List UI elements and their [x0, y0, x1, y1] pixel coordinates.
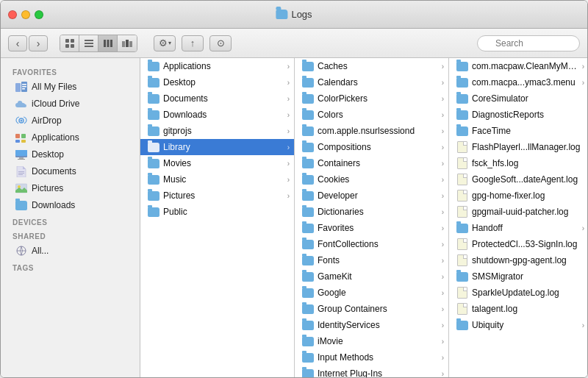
tags-section-label: Tags [1, 260, 140, 274]
item-label: ProtectedCl...53-SignIn.log [472, 239, 584, 249]
svg-rect-1 [71, 39, 74, 43]
sidebar-item-label: Applications [32, 132, 79, 143]
list-item[interactable]: SparkleUpdateLog.log [449, 285, 587, 301]
list-item[interactable]: Handoff› [449, 220, 587, 236]
search-wrap: 🔍 [477, 35, 580, 51]
list-item[interactable]: talagent.log [449, 301, 587, 317]
svg-rect-15 [22, 84, 26, 85]
file-icon [457, 141, 467, 153]
list-item[interactable]: gpg-home-fixer.log [449, 188, 587, 204]
list-item[interactable]: Downloads› [140, 107, 294, 123]
forward-button[interactable]: › [29, 35, 48, 51]
list-item[interactable]: Pictures› [140, 188, 294, 204]
coverflow-view-button[interactable] [118, 35, 137, 51]
svg-rect-21 [21, 134, 26, 138]
list-item[interactable]: Dictionaries› [295, 204, 448, 220]
sidebar-item-applications[interactable]: Applications [4, 129, 137, 146]
sidebar-item-all-shared[interactable]: All... [4, 243, 137, 259]
sidebar-item-downloads[interactable]: Downloads [4, 197, 137, 213]
folder-icon [302, 321, 314, 330]
list-item[interactable]: FlashPlayerl...llManager.log [449, 139, 587, 155]
list-item[interactable]: Favorites› [295, 220, 448, 236]
list-item[interactable]: Documents› [140, 90, 294, 107]
list-item[interactable]: Internet Plug-Ins› [295, 365, 448, 377]
disclosure-arrow: › [287, 160, 290, 168]
list-item[interactable]: Movies› [140, 155, 294, 171]
item-label: talagent.log [472, 304, 584, 314]
list-item[interactable]: com.macpaw.CleanMyMac3› [449, 58, 587, 74]
item-label: Dictionaries [318, 207, 438, 217]
list-item[interactable]: Desktop› [140, 74, 294, 90]
item-label: Cookies [318, 174, 438, 185]
tags-button[interactable]: ⊙ [209, 35, 232, 51]
svg-rect-30 [18, 174, 23, 175]
sidebar-item-airdrop[interactable]: AirDrop [4, 113, 137, 129]
column-2: Caches›Calendars›ColorPickers›Colors›com… [295, 58, 449, 377]
icloud-icon [15, 98, 27, 110]
list-item[interactable]: com.apple.nsurlsessiond› [295, 123, 448, 139]
list-item[interactable]: SMSMigrator [449, 268, 587, 285]
minimize-button[interactable] [21, 10, 30, 19]
list-item[interactable]: GameKit› [295, 268, 448, 285]
list-item[interactable]: Calendars› [295, 74, 448, 90]
list-item[interactable]: gitprojs› [140, 123, 294, 139]
list-item[interactable]: Containers› [295, 155, 448, 171]
list-item[interactable]: Developer› [295, 188, 448, 204]
svg-rect-17 [22, 88, 25, 90]
list-item[interactable]: CoreSimulator [449, 90, 587, 107]
list-item[interactable]: Ubiquity› [449, 317, 587, 333]
list-item[interactable]: gpgmail-uuid-patcher.log [449, 204, 587, 220]
file-icon [457, 190, 467, 202]
sidebar-item-pictures[interactable]: Pictures [4, 180, 137, 196]
list-item[interactable]: fsck_hfs.log [449, 155, 587, 171]
list-item[interactable]: Music› [140, 171, 294, 188]
sidebar-item-all-my-files[interactable]: All My Files [4, 79, 137, 95]
list-view-button[interactable] [79, 35, 98, 51]
list-item[interactable]: DiagnosticReports [449, 107, 587, 123]
list-item[interactable]: Library› [140, 139, 294, 155]
item-label: Applications [163, 61, 284, 71]
disclosure-arrow: › [442, 79, 444, 87]
item-label: gitprojs [163, 126, 284, 136]
fullscreen-button[interactable] [35, 10, 43, 19]
folder-icon [148, 94, 159, 104]
folder-icon [302, 94, 314, 104]
svg-rect-2 [65, 44, 69, 48]
disclosure-arrow: › [287, 176, 290, 184]
list-item[interactable]: FaceTime [449, 123, 587, 139]
list-item[interactable]: Cookies› [295, 171, 448, 188]
close-button[interactable] [8, 10, 17, 19]
sidebar-item-icloud-drive[interactable]: iCloud Drive [4, 96, 137, 112]
search-input[interactable] [477, 35, 580, 51]
list-item[interactable]: Applications› [140, 58, 294, 74]
list-item[interactable]: Input Methods› [295, 349, 448, 365]
item-label: GameKit [318, 271, 438, 282]
list-item[interactable]: Public [140, 204, 294, 220]
share-button[interactable]: ↑ [182, 35, 204, 51]
item-label: Calendars [318, 77, 438, 88]
icon-view-button[interactable] [60, 35, 79, 51]
list-item[interactable]: shutdown-gpg-agent.log [449, 252, 587, 268]
list-item[interactable]: Colors› [295, 107, 448, 123]
column-view-button[interactable] [98, 35, 118, 51]
list-item[interactable]: Group Containers› [295, 301, 448, 317]
list-item[interactable]: FontCollections› [295, 236, 448, 252]
back-button[interactable]: ‹ [8, 35, 27, 51]
action-button[interactable]: ⚙▾ [154, 35, 176, 51]
list-item[interactable]: Caches› [295, 58, 448, 74]
list-item[interactable]: GoogleSoft...dateAgent.log [449, 171, 587, 188]
disclosure-arrow: › [442, 338, 444, 346]
disclosure-arrow: › [442, 127, 444, 135]
list-item[interactable]: com.macpa...ymac3.menu› [449, 74, 587, 90]
column-1: Applications›Desktop›Documents›Downloads… [140, 58, 295, 377]
list-item[interactable]: ColorPickers› [295, 90, 448, 107]
list-item[interactable]: IdentityServices› [295, 317, 448, 333]
list-item[interactable]: Google› [295, 285, 448, 301]
sidebar-item-documents[interactable]: Documents [4, 163, 137, 179]
list-item[interactable]: Fonts› [295, 252, 448, 268]
list-item[interactable]: iMovie› [295, 333, 448, 349]
sidebar-item-desktop[interactable]: Desktop [4, 146, 137, 163]
item-label: Movies [163, 158, 284, 168]
list-item[interactable]: ProtectedCl...53-SignIn.log [449, 236, 587, 252]
list-item[interactable]: Compositions› [295, 139, 448, 155]
